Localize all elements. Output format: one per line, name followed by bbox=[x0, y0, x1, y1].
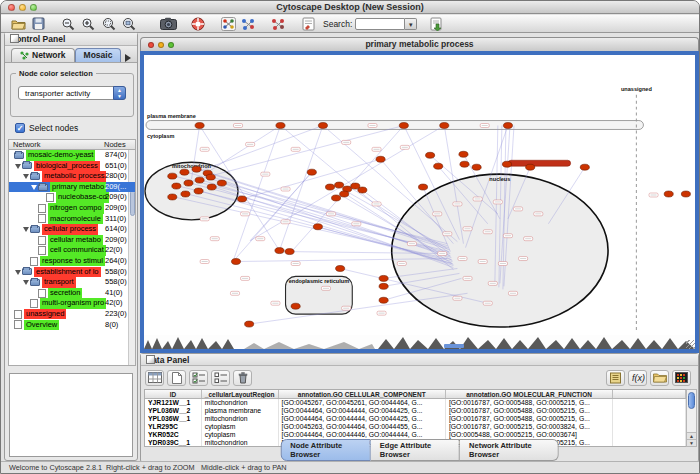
import-attributes-icon[interactable] bbox=[650, 370, 669, 386]
destroy-network-icon[interactable] bbox=[269, 16, 287, 31]
network-canvas[interactable]: plasma membranecytoplasmmitochondrionnuc… bbox=[144, 55, 695, 335]
selected-gene-node[interactable] bbox=[440, 123, 449, 129]
selected-gene-node[interactable] bbox=[580, 164, 589, 170]
column-header[interactable]: annotation.GO MOLECULAR_FUNCTION bbox=[446, 390, 613, 398]
selected-gene-node[interactable] bbox=[332, 195, 341, 201]
float-data-panel-icon[interactable] bbox=[146, 355, 155, 364]
zoom-out-icon[interactable] bbox=[59, 16, 77, 31]
save-icon[interactable] bbox=[29, 16, 47, 31]
scroll-up-icon[interactable]: ▲ bbox=[687, 432, 696, 439]
birdseye-view[interactable] bbox=[9, 373, 133, 457]
selected-gene-node[interactable] bbox=[681, 191, 690, 197]
float-panel-icon[interactable] bbox=[10, 34, 19, 43]
snapshot-icon[interactable] bbox=[159, 16, 177, 31]
table-row[interactable]: YKR052Ccytoplasm[GO:0044464, GO:0044446,… bbox=[145, 431, 686, 439]
tree-row[interactable]: establishment of lo558(0) bbox=[9, 267, 135, 278]
selected-gene-node[interactable] bbox=[664, 191, 673, 197]
help-ring-icon[interactable] bbox=[189, 16, 207, 31]
disclosure-triangle-icon[interactable] bbox=[14, 163, 22, 169]
selected-gene-node[interactable] bbox=[217, 180, 226, 186]
tree-row[interactable]: transport558(0) bbox=[9, 277, 135, 288]
selected-gene-node[interactable] bbox=[399, 123, 408, 129]
tree-row[interactable]: Overview8(0) bbox=[9, 320, 135, 331]
tab-network[interactable]: Network bbox=[11, 48, 75, 62]
selected-gene-node[interactable] bbox=[181, 191, 190, 197]
tree-row[interactable]: multi-organism pro42(0) bbox=[9, 298, 135, 309]
selected-gene-node[interactable] bbox=[379, 275, 388, 281]
tree-row[interactable]: macromolecule311(0) bbox=[9, 214, 135, 225]
selected-gene-node[interactable] bbox=[335, 182, 344, 188]
disclosure-triangle-icon[interactable] bbox=[22, 279, 30, 285]
selected-gene-node[interactable] bbox=[379, 283, 388, 289]
selected-gene-node[interactable] bbox=[472, 164, 481, 170]
selected-gene-node[interactable] bbox=[434, 163, 443, 169]
tree-row[interactable]: response to stimul264(0) bbox=[9, 256, 135, 267]
column-header[interactable]: annotation.GO CELLULAR_COMPONENT bbox=[279, 390, 446, 398]
tab-network-attribute-browser[interactable]: Network Attribute Browser bbox=[460, 439, 559, 461]
search-input[interactable] bbox=[355, 18, 405, 30]
scroll-down-icon[interactable]: ▼ bbox=[687, 439, 696, 446]
tree-row[interactable]: mosaic-demo-yeast874(0) bbox=[9, 150, 135, 161]
selected-gene-node[interactable] bbox=[194, 188, 203, 194]
selected-gene-node[interactable] bbox=[195, 177, 204, 183]
selected-gene-node[interactable] bbox=[318, 123, 327, 129]
table-row[interactable]: YPL036W__1mitochondrion[GO:0044464, GO:0… bbox=[145, 415, 686, 423]
column-header[interactable] bbox=[613, 390, 686, 398]
formula-builder-icon[interactable]: f(x) bbox=[628, 370, 647, 386]
selected-gene-node[interactable] bbox=[307, 169, 316, 175]
selected-gene-node[interactable] bbox=[245, 321, 254, 327]
delete-attribute-icon[interactable] bbox=[233, 370, 252, 386]
table-row[interactable]: YJR121W__1mitochondrion[GO:0045267, GO:0… bbox=[145, 399, 686, 407]
selected-gene-node[interactable] bbox=[276, 123, 285, 129]
tree-row[interactable]: cellular process614(0) bbox=[9, 224, 135, 235]
tree-row[interactable]: secretion41(0) bbox=[9, 288, 135, 299]
selected-gene-node[interactable] bbox=[313, 224, 322, 230]
zoom-selected-icon[interactable] bbox=[99, 16, 117, 31]
tree-row[interactable]: cellular metabo209(0) bbox=[9, 235, 135, 246]
table-row[interactable]: YPL036W__2plasma membrane[GO:0044464, GO… bbox=[145, 407, 686, 415]
selected-gene-node[interactable] bbox=[325, 184, 334, 190]
selected-gene-node[interactable] bbox=[195, 123, 204, 129]
tree-row[interactable]: biological_process651(0) bbox=[9, 161, 135, 172]
annotation-icon[interactable] bbox=[299, 16, 317, 31]
selected-gene-node[interactable] bbox=[285, 249, 294, 255]
tree-row[interactable]: metabolic process280(0) bbox=[9, 171, 135, 182]
selected-gene-node[interactable] bbox=[238, 196, 247, 202]
search-dropdown-arrow[interactable]: ▾ bbox=[405, 18, 417, 30]
column-header[interactable]: ID bbox=[145, 390, 202, 398]
selected-gene-node[interactable] bbox=[172, 183, 181, 189]
new-attribute-icon[interactable] bbox=[167, 370, 186, 386]
selected-gene-node[interactable] bbox=[168, 173, 177, 179]
disclosure-triangle-icon[interactable] bbox=[30, 184, 38, 190]
tree-row[interactable]: nitrogen compo209(0) bbox=[9, 203, 135, 214]
table-v-scrollbar[interactable]: ▲ ▼ bbox=[686, 389, 697, 447]
selected-gene-node[interactable] bbox=[184, 180, 193, 186]
open-folder-icon[interactable] bbox=[9, 16, 27, 31]
unselect-attributes-icon[interactable] bbox=[211, 370, 230, 386]
window-resize-grip[interactable] bbox=[686, 340, 695, 349]
zoom-fit-icon[interactable] bbox=[119, 16, 137, 31]
import-icon[interactable] bbox=[427, 16, 445, 31]
select-attributes-icon[interactable] bbox=[189, 370, 208, 386]
attribute-matrix-icon[interactable] bbox=[145, 370, 164, 386]
node-cluster[interactable] bbox=[508, 160, 571, 166]
selected-gene-node[interactable] bbox=[206, 174, 215, 180]
selected-gene-node[interactable] bbox=[358, 187, 367, 193]
disclosure-triangle-icon[interactable] bbox=[22, 173, 30, 179]
selected-gene-node[interactable] bbox=[502, 161, 511, 167]
tab-edge-attribute-browser[interactable]: Edge Attribute Browser bbox=[371, 439, 460, 461]
selected-gene-node[interactable] bbox=[336, 265, 345, 271]
tab-mosaic[interactable]: Mosaic bbox=[75, 48, 122, 62]
tree-row[interactable]: cell communicat22(0) bbox=[9, 245, 135, 256]
selected-gene-node[interactable] bbox=[503, 123, 512, 129]
selected-gene-node[interactable] bbox=[459, 151, 468, 157]
heatmap-icon[interactable] bbox=[672, 370, 691, 386]
selected-gene-node[interactable] bbox=[460, 161, 469, 167]
zoom-in-icon[interactable] bbox=[79, 16, 97, 31]
selected-gene-node[interactable] bbox=[168, 194, 177, 200]
table-row[interactable]: YLR295Ccytoplasm[GO:0045263, GO:0044464,… bbox=[145, 423, 686, 431]
selected-gene-node[interactable] bbox=[180, 169, 189, 175]
selected-gene-node[interactable] bbox=[418, 184, 427, 190]
selected-gene-node[interactable] bbox=[291, 303, 300, 309]
network-view-icon[interactable] bbox=[219, 16, 237, 31]
